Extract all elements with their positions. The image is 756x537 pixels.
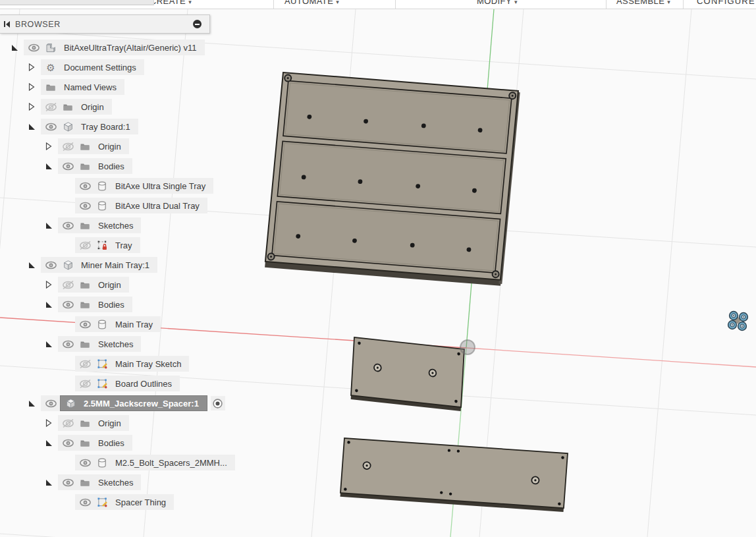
eye-visible-icon[interactable] xyxy=(59,219,76,232)
browser-row[interactable]: 2.5MM_Jackscrew_Spacer:1 xyxy=(0,393,235,413)
toolbar-configure-menu[interactable]: CONFIGURE xyxy=(697,0,755,6)
eye-hidden-icon[interactable] xyxy=(42,100,59,113)
expander-open-icon[interactable] xyxy=(40,336,58,352)
expander-open-icon[interactable] xyxy=(22,395,41,411)
jackscrew-spacer[interactable] xyxy=(740,313,748,322)
eye-visible-icon[interactable] xyxy=(76,318,94,331)
browser-row[interactable]: M2.5_Bolt_Spacers_2MMH... xyxy=(0,453,235,472)
browser-row[interactable]: Main Tray Sketch xyxy=(0,354,235,374)
row-pill[interactable]: M2.5_Bolt_Spacers_2MMH... xyxy=(75,455,235,470)
browser-row[interactable]: Sketches xyxy=(0,334,235,354)
jackscrew-spacer[interactable] xyxy=(730,312,738,320)
row-pill[interactable]: Bodies xyxy=(58,297,132,312)
expander-closed-icon[interactable] xyxy=(40,138,58,154)
toolbar-create-menu[interactable]: CREATE▾ xyxy=(150,0,192,6)
collapse-panel-icon[interactable] xyxy=(4,21,10,28)
row-pill[interactable]: Spacer Thing xyxy=(75,494,174,510)
browser-row[interactable]: Origin xyxy=(0,136,235,156)
eye-visible-icon[interactable] xyxy=(59,337,76,351)
row-pill[interactable]: Origin xyxy=(58,277,129,293)
browser-row[interactable]: Sketches xyxy=(0,472,235,492)
long-plate-body[interactable] xyxy=(340,438,568,512)
eye-visible-icon[interactable] xyxy=(42,120,59,133)
expander-open-icon[interactable] xyxy=(40,217,58,233)
eye-visible-icon[interactable] xyxy=(76,199,94,212)
row-pill[interactable]: Sketches xyxy=(58,336,141,352)
browser-row[interactable]: Origin xyxy=(0,413,235,433)
row-pill[interactable]: Sketches xyxy=(58,474,141,490)
browser-row[interactable]: Origin xyxy=(0,275,235,295)
expander-open-icon[interactable] xyxy=(40,435,58,451)
eye-visible-icon[interactable] xyxy=(59,436,76,449)
row-pill[interactable]: Origin xyxy=(41,99,112,115)
toolbar-assemble-menu[interactable]: ASSEMBLE▾ xyxy=(616,0,670,6)
expander-closed-icon[interactable] xyxy=(22,59,41,75)
expander-open-icon[interactable] xyxy=(40,297,58,312)
row-pill[interactable]: BitAxe Ultra Single Tray xyxy=(75,178,213,194)
browser-row[interactable]: BitAxe Ultra Single Tray xyxy=(0,176,235,196)
row-pill[interactable]: BitAxe Ultra Dual Tray xyxy=(75,198,207,213)
eye-visible-icon[interactable] xyxy=(76,456,94,469)
row-pill[interactable]: Main Tray xyxy=(75,316,161,332)
browser-row[interactable]: Tray xyxy=(0,235,235,255)
row-pill[interactable]: BitAxeUltraTray(Altair/Generic) v11 xyxy=(24,40,205,55)
row-pill[interactable]: Origin xyxy=(58,415,129,431)
eye-visible-icon[interactable] xyxy=(25,41,42,54)
row-pill[interactable]: Board Outlines xyxy=(75,376,180,391)
browser-row[interactable]: Sketches xyxy=(0,215,235,235)
expander-closed-icon[interactable] xyxy=(22,99,41,115)
row-pill[interactable]: Sketches xyxy=(58,217,141,233)
row-pill[interactable]: Tray xyxy=(75,237,140,253)
row-pill[interactable]: Bodies xyxy=(58,158,132,174)
browser-row[interactable]: Bodies xyxy=(0,295,235,314)
expander-closed-icon[interactable] xyxy=(40,415,58,431)
row-pill[interactable]: ⚙Document Settings xyxy=(41,59,144,75)
expander-closed-icon[interactable] xyxy=(22,79,41,95)
activate-component-radio[interactable] xyxy=(211,396,225,410)
browser-panel-header[interactable]: BROWSER xyxy=(0,14,210,34)
jackscrew-spacer[interactable] xyxy=(728,321,737,329)
selected-row-highlight[interactable]: 2.5MM_Jackscrew_Spacer:1 xyxy=(60,395,207,411)
expander-closed-icon[interactable] xyxy=(40,277,58,293)
eye-visible-icon[interactable] xyxy=(42,397,59,410)
expander-open-icon[interactable] xyxy=(5,40,24,55)
eye-hidden-icon[interactable] xyxy=(76,357,94,370)
browser-row[interactable]: Origin xyxy=(0,97,235,117)
browser-row[interactable]: Spacer Thing xyxy=(0,492,235,512)
row-pill[interactable]: Tray Board:1 xyxy=(41,119,138,134)
browser-row[interactable]: Bodies xyxy=(0,156,235,176)
toolbar-modify-menu[interactable]: MODIFY▾ xyxy=(477,0,518,6)
jackscrew-spacer[interactable] xyxy=(738,322,747,331)
eye-hidden-icon[interactable] xyxy=(59,278,76,291)
row-pill[interactable]: Main Tray Sketch xyxy=(75,356,189,372)
eye-hidden-icon[interactable] xyxy=(76,377,94,390)
expander-open-icon[interactable] xyxy=(22,119,41,134)
eye-hidden-icon[interactable] xyxy=(59,140,76,153)
row-pill[interactable]: Origin xyxy=(58,138,129,154)
large-tray-body[interactable] xyxy=(265,72,520,286)
browser-row[interactable]: BitAxe Ultra Dual Tray xyxy=(0,196,235,215)
browser-row[interactable]: Miner Main Tray:1 xyxy=(0,255,235,275)
selected-jackscrew-spacers[interactable] xyxy=(728,312,748,331)
browser-row[interactable]: ⚙Document Settings xyxy=(0,57,235,77)
eye-visible-icon[interactable] xyxy=(76,495,94,509)
eye-visible-icon[interactable] xyxy=(59,298,76,311)
browser-row[interactable]: Tray Board:1 xyxy=(0,117,235,136)
browser-row[interactable]: Main Tray xyxy=(0,314,235,334)
eye-hidden-icon[interactable] xyxy=(59,416,76,430)
expander-open-icon[interactable] xyxy=(40,158,58,174)
expander-open-icon[interactable] xyxy=(40,474,58,490)
eye-visible-icon[interactable] xyxy=(59,159,76,173)
browser-row[interactable]: Bodies xyxy=(0,433,235,453)
minimize-panel-button[interactable] xyxy=(193,20,202,28)
toolbar-automate-menu[interactable]: AUTOMATE▾ xyxy=(284,0,339,6)
browser-row[interactable]: BitAxeUltraTray(Altair/Generic) v11 xyxy=(0,38,235,57)
eye-visible-icon[interactable] xyxy=(59,476,76,489)
expander-open-icon[interactable] xyxy=(22,257,41,273)
browser-row[interactable]: Named Views xyxy=(0,77,235,97)
eye-hidden-icon[interactable] xyxy=(76,239,94,252)
eye-visible-icon[interactable] xyxy=(42,258,59,271)
browser-row[interactable]: Board Outlines xyxy=(0,374,235,393)
small-plate-body[interactable] xyxy=(351,337,464,411)
row-pill[interactable]: Named Views xyxy=(41,79,124,95)
